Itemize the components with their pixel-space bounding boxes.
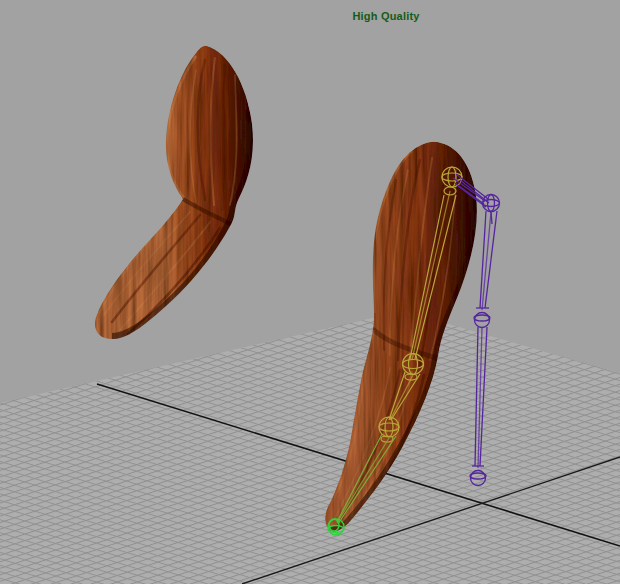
- scene-canvas: [0, 0, 620, 584]
- 3d-viewport[interactable]: High Quality: [0, 0, 620, 584]
- ik-joint-mid[interactable]: [474, 313, 490, 328]
- grid-lines-right: [0, 311, 620, 584]
- muscle-mesh-left[interactable]: [95, 46, 253, 339]
- floor-grid: [0, 311, 620, 584]
- ik-bone-upper: [476, 211, 497, 310]
- hud-quality-label: High Quality: [352, 10, 419, 22]
